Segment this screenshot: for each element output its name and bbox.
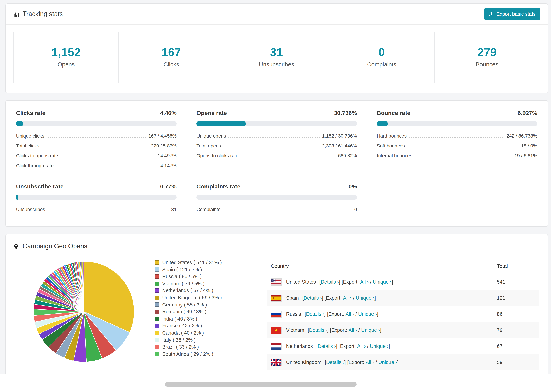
stat-row-value: 0 [354, 206, 357, 212]
country-name: Spain [286, 295, 299, 301]
stat-row-label: Complaints [197, 206, 220, 212]
tracking-stats-card: Tracking stats Export basic stats 1,152O… [6, 3, 548, 93]
stat-row-value: 19 / 6.81% [514, 153, 537, 158]
legend-label: Romania ( 49 / 3% ) [162, 308, 206, 315]
dotted-leader [228, 137, 320, 137]
stat-bounces: 279Bounces [434, 32, 540, 83]
export-all-link[interactable]: All › [366, 359, 374, 365]
stat-row-value: 167 / 4.456% [148, 133, 177, 138]
stat-row: Opens to clicks rate689.82% [197, 151, 357, 161]
stat-clicks: 167Clicks [119, 32, 224, 83]
legend-swatch [155, 274, 159, 279]
stat-row-label: Opens to clicks rate [197, 153, 239, 158]
legend-swatch [155, 281, 159, 286]
details-link[interactable]: Details › [304, 295, 322, 301]
stat-row: Internal bounces19 / 6.81% [377, 151, 537, 161]
campaign-geo-opens-card: Campaign Geo Opens United States ( 541 /… [6, 234, 548, 387]
stats-summary-row: 1,152Opens167Clicks31Unsubscribes0Compla… [13, 32, 540, 84]
table-row: United Kingdom [Details ›] [Export: All … [267, 354, 539, 370]
rate-value: 0.77% [160, 183, 177, 190]
bar-chart-icon [13, 11, 19, 17]
details-link[interactable]: Details › [321, 279, 339, 285]
map-pin-icon [13, 243, 19, 250]
country-total: 541 [494, 274, 539, 290]
page-content: Tracking stats Export basic stats 1,152O… [0, 0, 551, 387]
legend-label: Italy ( 36 / 2% ) [162, 336, 196, 343]
dotted-leader [48, 210, 169, 211]
geo-pie-chart [33, 260, 135, 363]
export-all-link[interactable]: All › [360, 279, 369, 285]
legend-item: India ( 46 / 3% ) [155, 315, 259, 322]
export-unique-link[interactable]: Unique › [373, 279, 392, 285]
stat-row: Hard bounces242 / 86.738% [377, 131, 537, 140]
country-name: Vietnam [286, 327, 304, 333]
ru-flag-icon [271, 310, 282, 318]
dotted-leader [241, 157, 336, 157]
progress-bar [16, 195, 177, 200]
rate-title: Unsubscribe rate [16, 183, 64, 190]
geo-title: Campaign Geo Opens [23, 243, 87, 250]
export-label: Export: [332, 327, 349, 333]
legend-label: Netherlands ( 67 / 4% ) [162, 287, 213, 294]
total-column-header: Total [494, 258, 539, 274]
geo-legend: United States ( 541 / 31% )Spain ( 121 /… [155, 259, 259, 358]
stat-row-value: 1,152 / 30.736% [322, 133, 357, 138]
rate-value: 6.927% [518, 110, 537, 117]
legend-item: Vietnam ( 79 / 5% ) [155, 280, 259, 287]
stat-row-label: Unsubscribes [16, 206, 45, 212]
export-all-link[interactable]: All › [343, 295, 352, 301]
geo-header: Campaign Geo Opens [6, 234, 548, 253]
legend-label: France ( 42 / 2% ) [162, 322, 202, 329]
country-name: United Kingdom [286, 359, 321, 365]
stat-label: Unsubscribes [224, 61, 329, 68]
stat-row: Total clicks220 / 5.87% [16, 140, 177, 151]
stat-row-label: Soft bounces [377, 143, 405, 148]
legend-item: Canada ( 40 / 2% ) [155, 329, 259, 336]
export-label: Export: [328, 311, 346, 317]
country-total: 59 [494, 354, 539, 370]
dotted-leader [56, 167, 158, 167]
export-unique-link[interactable]: Unique › [358, 311, 377, 317]
export-basic-stats-button[interactable]: Export basic stats [484, 8, 540, 20]
export-label: Export: [349, 359, 366, 365]
stat-row: Unique clicks167 / 4.456% [16, 131, 177, 140]
export-all-link[interactable]: All › [357, 343, 366, 349]
stat-complaints: 0Complaints [329, 32, 434, 83]
stat-value: 31 [224, 46, 329, 59]
stat-row: Clicks to opens rate14.497% [16, 151, 177, 161]
country-total: 86 [494, 306, 539, 322]
export-unique-link[interactable]: Unique › [361, 327, 380, 333]
dotted-leader [223, 147, 320, 147]
rate-title: Bounce rate [377, 110, 410, 117]
rate-complaints-rate: Complaints rate0%Complaints0 [197, 183, 357, 214]
legend-label: Canada ( 40 / 2% ) [162, 329, 204, 336]
export-all-link[interactable]: All › [349, 327, 357, 333]
stat-row-value: 14.497% [158, 153, 177, 158]
details-link[interactable]: Details › [306, 311, 324, 317]
rate-value: 30.736% [334, 110, 357, 117]
progress-fill [377, 121, 388, 126]
details-link[interactable]: Details › [326, 359, 344, 365]
stat-unsubscribes: 31Unsubscribes [224, 32, 329, 83]
progress-bar [197, 121, 357, 126]
legend-item: Italy ( 36 / 2% ) [155, 336, 259, 343]
vn-flag-icon [271, 327, 282, 334]
stat-value: 279 [434, 46, 540, 59]
export-icon [488, 11, 494, 17]
export-unique-link[interactable]: Unique › [378, 359, 397, 365]
dotted-leader [47, 137, 146, 137]
country-total: 79 [494, 322, 539, 338]
tracking-stats-title: Tracking stats [23, 10, 63, 18]
legend-swatch [155, 288, 159, 293]
export-all-link[interactable]: All › [346, 311, 354, 317]
horizontal-scrollbar-thumb[interactable] [165, 382, 357, 386]
export-unique-link[interactable]: Unique › [356, 295, 374, 301]
details-link[interactable]: Details › [318, 343, 336, 349]
stat-row-label: Unique clicks [16, 133, 44, 138]
export-label: Export: [326, 295, 343, 301]
details-link[interactable]: Details › [309, 327, 327, 333]
legend-swatch [155, 324, 159, 328]
tracking-stats-header: Tracking stats Export basic stats [6, 4, 548, 25]
export-unique-link[interactable]: Unique › [370, 343, 389, 349]
legend-item: South Africa ( 29 / 2% ) [155, 350, 259, 357]
